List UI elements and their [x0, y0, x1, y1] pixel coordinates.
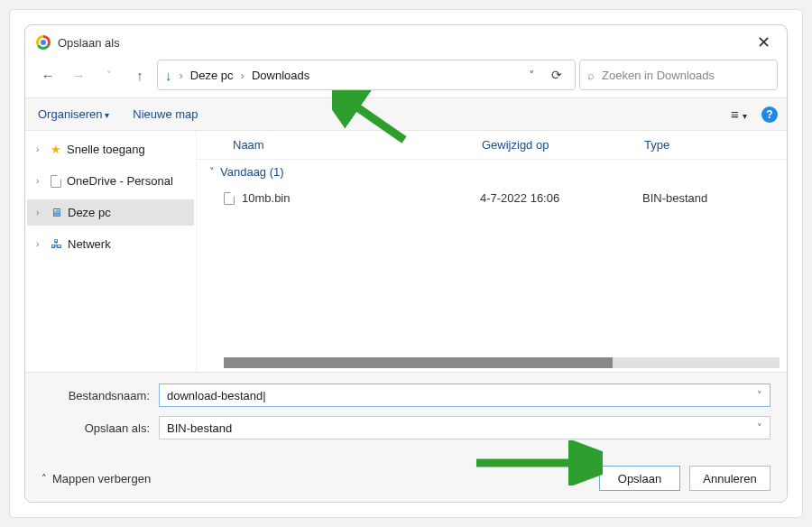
save-as-dialog: Opslaan als ✕ ← → ˅ ↑ ↓ › Deze pc › Down… [24, 24, 788, 503]
organize-menu[interactable]: Organiseren ▾ [34, 102, 113, 126]
sidebar-item-this-pc[interactable]: › 🖥 Deze pc [27, 199, 194, 226]
save-form: Bestandsnaam: download-bestand| ˅ Opslaa… [25, 372, 787, 502]
chrome-icon [36, 35, 51, 50]
title-bar: Opslaan als ✕ [25, 25, 787, 58]
sidebar-item-label: Deze pc [68, 206, 111, 219]
column-header-name[interactable]: Naam [211, 138, 482, 152]
star-icon: ★ [51, 143, 61, 156]
sidebar: › ★ Snelle toegang › OneDrive - Personal… [25, 131, 197, 372]
toolbar: Organiseren ▾ Nieuwe map ≡ ▾ ? [25, 97, 787, 131]
search-input[interactable]: ⌕ Zoeken in Downloads [579, 60, 778, 90]
column-header-modified[interactable]: Gewijzigd op [482, 138, 644, 152]
sidebar-item-network[interactable]: › 🖧 Netwerk [27, 231, 194, 257]
search-placeholder: Zoeken in Downloads [602, 69, 715, 82]
pc-icon: 🖥 [51, 206, 62, 219]
organize-label: Organiseren [38, 107, 103, 121]
new-folder-button[interactable]: Nieuwe map [129, 102, 201, 126]
group-today[interactable]: ˅ Vandaag (1) [197, 160, 787, 184]
filename-value: download-bestand [167, 389, 263, 402]
breadcrumb[interactable]: ↓ › Deze pc › Downloads ˅ ⟳ [157, 60, 576, 90]
file-icon [51, 175, 61, 188]
breadcrumb-root[interactable]: Deze pc [190, 69, 234, 82]
file-icon [224, 192, 235, 205]
breadcrumb-folder[interactable]: Downloads [252, 69, 309, 82]
chevron-down-icon: ˅ [209, 166, 215, 178]
sidebar-item-label: Snelle toegang [67, 143, 145, 156]
saveas-label: Opslaan als: [42, 421, 159, 435]
file-modified-text: 4-7-2022 16:06 [480, 191, 642, 205]
file-type-text: BIN-bestand [642, 191, 774, 205]
nav-row: ← → ˅ ↑ ↓ › Deze pc › Downloads ˅ ⟳ ⌕ Zo… [25, 58, 787, 97]
close-button[interactable]: ✕ [752, 32, 776, 52]
file-row[interactable]: 10mb.bin 4-7-2022 16:06 BIN-bestand [197, 184, 787, 212]
help-button[interactable]: ? [761, 106, 778, 123]
save-button-label: Opslaan [618, 472, 661, 485]
chevron-down-icon: ˅ [757, 422, 762, 434]
chevron-right-icon: › [180, 69, 183, 82]
back-button[interactable]: ← [34, 61, 61, 88]
chevron-right-icon: › [36, 176, 45, 186]
saveas-type-select[interactable]: BIN-bestand ˅ [159, 416, 770, 439]
history-dropdown[interactable]: ˅ [96, 61, 123, 88]
saveas-value: BIN-bestand [167, 421, 232, 435]
file-name-text: 10mb.bin [242, 191, 290, 205]
view-mode-button[interactable]: ≡ ▾ [727, 103, 751, 125]
sidebar-item-label: OneDrive - Personal [67, 174, 173, 188]
sidebar-item-label: Netwerk [68, 237, 111, 251]
cancel-button[interactable]: Annuleren [689, 466, 770, 491]
file-list: Naam Gewijzigd op Type ˅ Vandaag (1) 10m… [197, 131, 787, 372]
filename-input[interactable]: download-bestand| ˅ [159, 384, 770, 407]
chevron-right-icon: › [36, 208, 45, 217]
chevron-right-icon: › [36, 239, 45, 249]
save-button[interactable]: Opslaan [599, 466, 680, 491]
hide-folders-label: Mappen verbergen [52, 472, 151, 485]
chevron-right-icon: › [241, 69, 245, 82]
chevron-down-icon: ˅ [757, 390, 762, 402]
group-label: Vandaag (1) [220, 165, 284, 179]
chevron-right-icon: › [36, 144, 45, 154]
breadcrumb-expand[interactable]: ˅ [525, 69, 539, 82]
sidebar-item-onedrive[interactable]: › OneDrive - Personal [27, 168, 194, 194]
sidebar-item-quick-access[interactable]: › ★ Snelle toegang [27, 136, 194, 162]
dialog-title: Opslaan als [58, 36, 120, 50]
hide-folders-toggle[interactable]: ˄ Mappen verbergen [42, 472, 151, 485]
cancel-button-label: Annuleren [703, 472, 756, 485]
chevron-up-icon: ˄ [42, 473, 47, 485]
network-icon: 🖧 [51, 237, 62, 251]
column-header-type[interactable]: Type [644, 138, 772, 152]
refresh-button[interactable]: ⟳ [546, 68, 567, 82]
up-button[interactable]: ↑ [126, 61, 153, 88]
forward-button[interactable]: → [65, 61, 92, 88]
file-list-header: Naam Gewijzigd op Type [197, 131, 787, 160]
filename-label: Bestandsnaam: [42, 389, 159, 402]
search-icon: ⌕ [587, 69, 595, 82]
downloads-icon: ↓ [165, 68, 172, 83]
horizontal-scrollbar[interactable] [224, 357, 780, 368]
